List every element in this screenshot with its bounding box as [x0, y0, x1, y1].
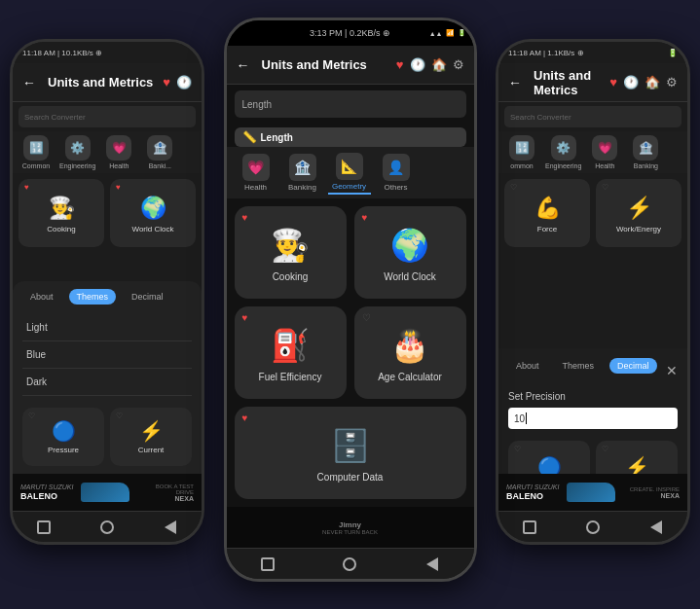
health-cat-label: Health: [244, 183, 267, 192]
clock-icon-left[interactable]: 🕐: [176, 75, 192, 90]
category-row-left: 🔢 Common ⚙️ Engineering 💗 Health 🏦 Banki…: [13, 131, 202, 173]
home-icon-right[interactable]: 🏠: [645, 75, 660, 90]
grid-item-worldclock[interactable]: ♥ 🌍 World Clock: [354, 206, 466, 299]
length-tab-text: Length: [261, 132, 293, 143]
jimny-banner: Jimny NEVER TURN BACK: [227, 507, 474, 548]
cat-engineering-left[interactable]: ⚙️ Engineering: [59, 135, 95, 169]
nav-circle-right[interactable]: [583, 518, 603, 537]
grid-force[interactable]: ♡ 💪 Force: [504, 179, 590, 247]
geometry-cat-icon: 📐: [336, 153, 363, 180]
category-tabs-center: 💗 Health 🏦 Banking 📐 Geometry 👤 Others: [227, 147, 474, 198]
cat-health-left[interactable]: 💗 Health: [101, 135, 136, 169]
nav-triangle-right[interactable]: [646, 518, 666, 537]
close-modal-right[interactable]: ✕: [666, 363, 678, 378]
force-label: Force: [537, 225, 557, 233]
cooking-icon: 👨‍🍳: [271, 227, 310, 264]
computerdata-icon: 🗄️: [331, 427, 370, 464]
cat-geometry-center[interactable]: 📐 Geometry: [328, 151, 371, 195]
baleno-right: BALENO: [506, 491, 559, 501]
grid-item-computerdata[interactable]: ♥ 🗄️ Computer Data: [235, 407, 466, 499]
nav-square-right[interactable]: [520, 518, 539, 537]
car-shape-right: [567, 483, 615, 502]
heart-icon-right[interactable]: ♥: [609, 75, 617, 90]
computerdata-label: Computer Data: [317, 472, 384, 483]
gear-icon-right[interactable]: ⚙: [666, 75, 678, 90]
precision-input[interactable]: 10: [508, 408, 678, 429]
battery-icon: 🔋: [458, 29, 466, 37]
worldclock-icon-left: 🌍: [140, 196, 166, 221]
grid-item-age[interactable]: ♡ 🎂 Age Calculator: [354, 306, 466, 399]
cat-banking-right[interactable]: 🏦 Banking: [628, 135, 663, 169]
search-placeholder-left: Search Converter: [24, 113, 86, 122]
tab-themes-left[interactable]: Themes: [69, 289, 117, 304]
app-title-left: Units and Metrics: [48, 75, 155, 90]
fav-work: ♡: [602, 183, 608, 192]
car-shape-left: [81, 483, 129, 502]
tab-about-left[interactable]: About: [22, 289, 61, 304]
worldclock-label-left: World Clock: [132, 225, 174, 233]
grid-center: ♥ 👨‍🍳 Cooking ♥ 🌍 World Clock ♥ ⛽ Fuel E…: [227, 198, 474, 507]
tab-decimal-left[interactable]: Decimal: [124, 289, 171, 304]
engineering-icon-right: ⚙️: [551, 135, 576, 161]
wifi-icon: 📶: [446, 29, 455, 37]
search-bar-left[interactable]: Search Converter: [18, 106, 196, 127]
tab-decimal-right[interactable]: Decimal: [609, 358, 657, 374]
search-bar-right[interactable]: Search Converter: [504, 106, 682, 127]
cat-others-center[interactable]: 👤 Others: [375, 152, 418, 194]
modal-tabs-left: About Themes Decimal: [22, 289, 192, 304]
grid-worldclock-left[interactable]: ♥ 🌍 World Clock: [110, 179, 196, 247]
ad-banner-left: MARUTI SUZUKI BALENO BOOK A TEST DRIVE N…: [13, 474, 202, 511]
search-placeholder-right: Search Converter: [510, 113, 571, 122]
status-bar-center: 3:13 PM | 0.2KB/s ⊕ ▲▲ 📶 🔋: [227, 20, 474, 46]
nexa-right: NEXA: [623, 492, 680, 499]
tab-about-right[interactable]: About: [508, 358, 547, 374]
cat-banking-center[interactable]: 🏦 Banking: [281, 152, 324, 194]
status-icons-center: ▲▲ 📶 🔋: [429, 29, 466, 37]
precision-value: 10: [514, 413, 525, 424]
theme-light[interactable]: Light: [22, 314, 192, 341]
cat-health-right[interactable]: 💗 Health: [587, 135, 622, 169]
cat-engineering-right[interactable]: ⚙️ Engineering: [545, 135, 581, 169]
cat-common-right[interactable]: 🔢 ommon: [504, 135, 539, 169]
search-input-center[interactable]: [242, 99, 459, 110]
back-arrow-left[interactable]: ←: [22, 75, 36, 90]
nav-square-center[interactable]: [258, 555, 277, 574]
theme-dark[interactable]: Dark: [22, 369, 192, 396]
banking-icon-right: 🏦: [633, 135, 658, 161]
health-icon-right: 💗: [592, 135, 617, 161]
force-icon: 💪: [534, 196, 561, 221]
banking-cat-icon: 🏦: [289, 154, 316, 181]
work-icon: ⚡: [626, 196, 652, 221]
theme-blue[interactable]: Blue: [22, 341, 192, 369]
cat-common-left[interactable]: 🔢 Common: [18, 135, 54, 169]
tab-themes-right[interactable]: Themes: [555, 358, 603, 374]
heart-icon-left[interactable]: ♥: [163, 75, 170, 90]
cat-banking-left[interactable]: 🏦 Banki...: [142, 135, 177, 169]
grid-cooking-left[interactable]: ♥ 👨‍🍳 Cooking: [18, 179, 104, 247]
length-active-tab[interactable]: 📏 Length: [235, 127, 466, 147]
home-icon-center[interactable]: 🏠: [431, 57, 447, 72]
grid-work-energy[interactable]: ♡ ⚡ Work/Energy: [596, 179, 682, 247]
heart-icon-center[interactable]: ♥: [396, 57, 404, 72]
clock-icon-right[interactable]: 🕐: [623, 75, 639, 90]
gear-icon-center[interactable]: ⚙: [453, 57, 464, 72]
back-arrow-right[interactable]: ←: [508, 75, 522, 90]
search-bar-center[interactable]: [235, 90, 466, 118]
engineering-label-left: Engineering: [59, 162, 95, 169]
nav-circle-left[interactable]: [97, 518, 117, 537]
nav-circle-center[interactable]: [340, 555, 359, 574]
nav-triangle-left[interactable]: [161, 518, 180, 537]
suzuki-logo-right: MARUTI SUZUKI: [506, 484, 559, 490]
fuel-label: Fuel Efficiency: [259, 372, 322, 382]
bottom-nav-center: [227, 548, 474, 579]
nav-triangle-center[interactable]: [423, 555, 442, 574]
cooking-label: Cooking: [273, 271, 309, 282]
back-arrow-center[interactable]: ←: [237, 57, 250, 73]
cat-health-center[interactable]: 💗 Health: [235, 152, 277, 194]
fav-worldclock-left: ♥: [116, 183, 121, 192]
nav-square-left[interactable]: [34, 518, 54, 537]
fav-age: ♡: [362, 312, 371, 323]
grid-item-cooking[interactable]: ♥ 👨‍🍳 Cooking: [235, 206, 347, 299]
grid-item-fuel[interactable]: ♥ ⛽ Fuel Efficiency: [235, 306, 347, 399]
clock-icon-center[interactable]: 🕐: [410, 57, 425, 72]
